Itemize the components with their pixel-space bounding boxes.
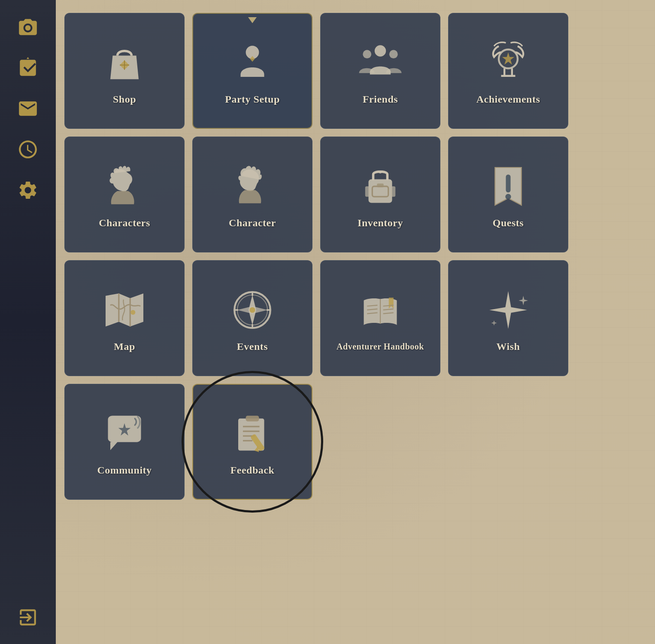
menu-item-map[interactable]: Map	[64, 260, 185, 376]
wish-label: Wish	[497, 341, 520, 352]
svg-point-22	[130, 310, 135, 315]
shop-icon	[99, 37, 150, 88]
menu-item-character[interactable]: Character	[192, 137, 312, 252]
svg-point-6	[363, 50, 371, 58]
menu-item-quests[interactable]: Quests	[448, 137, 568, 252]
wish-icon	[482, 284, 534, 336]
achievements-label: Achievements	[476, 94, 540, 105]
characters-label: Characters	[99, 217, 150, 229]
menu-item-adventurer-handbook[interactable]: Adventurer Handbook	[320, 260, 440, 376]
exit-icon[interactable]	[14, 603, 42, 631]
events-icon	[227, 284, 278, 336]
menu-item-friends[interactable]: Friends	[320, 13, 440, 129]
svg-marker-9	[502, 52, 515, 64]
map-icon	[99, 284, 150, 336]
inventory-label: Inventory	[358, 217, 403, 229]
active-indicator	[248, 17, 257, 23]
clock-icon[interactable]	[14, 135, 42, 163]
main-menu: Shop Party Setup	[64, 13, 568, 500]
events-label: Events	[237, 341, 268, 352]
menu-item-characters[interactable]: Characters	[64, 137, 185, 252]
quests-label: Quests	[493, 217, 524, 229]
menu-item-party-setup[interactable]: Party Setup	[192, 13, 312, 129]
shop-label: Shop	[113, 94, 136, 105]
friends-icon	[355, 37, 406, 88]
community-label: Community	[97, 465, 152, 476]
menu-item-inventory[interactable]: Inventory	[320, 137, 440, 252]
sidebar	[0, 0, 56, 644]
map-label: Map	[114, 341, 135, 352]
svg-point-19	[505, 194, 511, 199]
menu-item-feedback[interactable]: Feedback	[192, 384, 312, 500]
menu-item-shop[interactable]: Shop	[64, 13, 185, 129]
menu-item-community[interactable]: Community	[64, 384, 185, 500]
mail-icon[interactable]	[14, 94, 42, 122]
feedback-label: Feedback	[230, 465, 275, 476]
settings-icon[interactable]	[14, 176, 42, 204]
svg-point-5	[375, 45, 386, 56]
character-label: Character	[229, 217, 276, 229]
feedback-icon	[227, 408, 278, 459]
camera-icon[interactable]	[14, 13, 42, 41]
svg-rect-50	[246, 416, 259, 421]
handbook-icon	[355, 285, 406, 337]
menu-item-events[interactable]: Events	[192, 260, 312, 376]
svg-marker-40	[519, 296, 528, 305]
inventory-icon	[355, 161, 406, 212]
svg-rect-15	[377, 183, 383, 187]
svg-point-7	[389, 50, 398, 58]
menu-item-wish[interactable]: Wish	[448, 260, 568, 376]
quests-icon	[482, 161, 534, 212]
svg-point-27	[249, 307, 255, 313]
svg-rect-16	[365, 186, 370, 197]
notice-board-icon[interactable]	[14, 54, 42, 82]
characters-icon	[99, 161, 150, 212]
svg-marker-41	[491, 320, 497, 325]
achievements-icon	[482, 37, 534, 88]
svg-rect-17	[391, 186, 395, 197]
svg-rect-18	[506, 174, 511, 192]
party-setup-label: Party Setup	[225, 94, 280, 105]
character-icon	[227, 161, 278, 212]
menu-item-achievements[interactable]: Achievements	[448, 13, 568, 129]
handbook-label: Adventurer Handbook	[337, 342, 424, 352]
community-icon	[99, 408, 150, 459]
friends-label: Friends	[363, 94, 398, 105]
party-setup-icon	[227, 37, 278, 88]
